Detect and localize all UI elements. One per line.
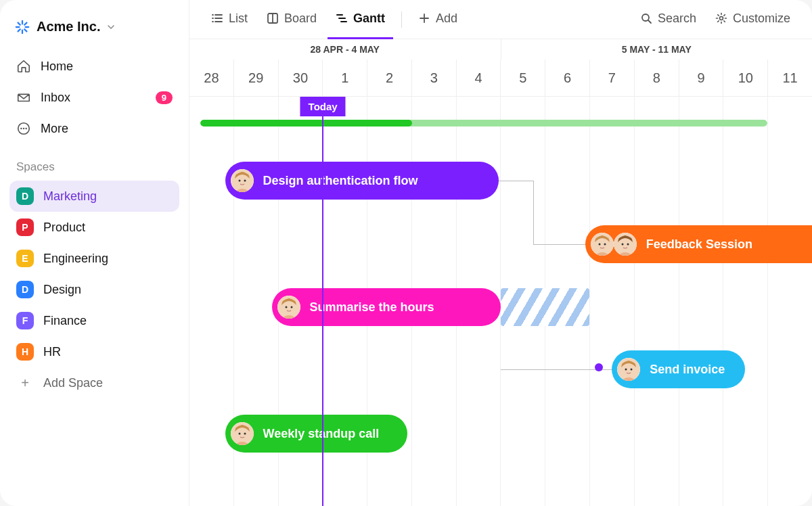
task-label: Feedback Session — [646, 237, 752, 252]
today-badge: Today — [300, 97, 346, 116]
svg-point-39 — [290, 306, 292, 308]
nav-more[interactable]: More — [9, 113, 179, 144]
space-item-finance[interactable]: FFinance — [9, 305, 179, 336]
nav-more-label: More — [41, 122, 68, 136]
workspace-name: Acme Inc. — [37, 19, 100, 34]
view-list-tab[interactable]: List — [203, 0, 256, 39]
day-header[interactable]: 8 — [635, 60, 679, 96]
task-bar[interactable]: Weekly standup call — [225, 415, 407, 453]
day-header[interactable]: 2 — [367, 60, 412, 96]
chevron-down-icon — [107, 23, 115, 31]
add-view-label: Add — [436, 12, 457, 26]
gantt-chart[interactable]: TodayDesign authentication flowFeedback … — [189, 97, 812, 506]
svg-point-32 — [598, 244, 600, 246]
svg-point-33 — [604, 244, 606, 246]
day-header[interactable]: 1 — [323, 60, 367, 96]
assignee-avatar — [231, 169, 254, 192]
day-header[interactable]: 30 — [279, 60, 323, 96]
search-button[interactable]: Search — [632, 0, 704, 39]
space-icon: E — [16, 250, 34, 267]
day-header[interactable]: 5 — [501, 60, 545, 96]
space-label: Marketing — [43, 189, 97, 204]
inbox-badge: 9 — [156, 91, 173, 104]
svg-line-6 — [18, 29, 20, 31]
add-space-button[interactable]: + Add Space — [9, 367, 179, 398]
gear-icon — [715, 12, 727, 24]
svg-point-29 — [238, 180, 240, 182]
space-icon: F — [16, 312, 34, 329]
week-header: 28 APR - 4 MAY — [189, 39, 501, 60]
inbox-icon — [16, 90, 31, 105]
assignee-avatar — [231, 422, 254, 445]
svg-point-27 — [719, 17, 723, 20]
day-header[interactable]: 7 — [590, 60, 635, 96]
space-label: Design — [43, 283, 81, 297]
svg-point-10 — [23, 128, 24, 129]
sidebar: Acme Inc. Home Inbox 9 More Spaces DMar — [0, 0, 189, 506]
task-connector — [533, 244, 585, 245]
plus-icon — [418, 12, 430, 24]
day-header[interactable]: 10 — [723, 60, 768, 96]
view-board-tab[interactable]: Board — [258, 0, 325, 39]
task-label: Design authentication flow — [263, 174, 418, 188]
view-board-label: Board — [284, 12, 317, 26]
space-item-product[interactable]: PProduct — [9, 212, 179, 243]
main-panel: List Board Gantt Add — [189, 0, 812, 506]
assignee-avatar — [614, 233, 637, 256]
svg-point-41 — [625, 369, 627, 371]
search-icon — [640, 12, 652, 24]
day-header[interactable]: 28 — [189, 60, 234, 96]
space-item-engineering[interactable]: EEngineering — [9, 243, 179, 274]
assignee-avatar — [617, 358, 640, 381]
task-bar[interactable]: Feedback Session — [585, 225, 812, 263]
nav-home[interactable]: Home — [9, 51, 179, 82]
day-header[interactable]: 11 — [768, 60, 812, 96]
brand-logo-icon — [15, 20, 30, 34]
day-header[interactable]: 29 — [234, 60, 279, 96]
workspace-switcher[interactable]: Acme Inc. — [9, 16, 179, 51]
svg-line-7 — [24, 22, 26, 24]
gantt-icon — [336, 12, 348, 24]
view-gantt-tab[interactable]: Gantt — [328, 0, 393, 39]
space-item-hr[interactable]: HHR — [9, 336, 179, 367]
svg-point-42 — [631, 369, 633, 371]
week-header: 5 MAY - 11 MAY — [501, 39, 813, 60]
task-bar[interactable]: Send invoice — [612, 350, 745, 388]
svg-point-36 — [627, 244, 629, 246]
customize-button[interactable]: Customize — [707, 0, 798, 39]
task-label: Send invoice — [650, 363, 725, 377]
board-icon — [267, 12, 279, 24]
nav-inbox[interactable]: Inbox 9 — [9, 82, 179, 113]
day-header[interactable]: 3 — [412, 60, 457, 96]
svg-line-26 — [648, 20, 651, 23]
task-connector — [533, 181, 534, 244]
timeline-header: 28 APR - 4 MAY5 MAY - 11 MAY 28293012345… — [189, 39, 812, 97]
space-item-design[interactable]: DDesign — [9, 274, 179, 305]
milestone-dot[interactable] — [595, 363, 603, 371]
timeline-progress — [200, 120, 767, 127]
toolbar-separator — [401, 12, 402, 28]
search-label: Search — [658, 12, 696, 26]
task-bar[interactable]: Design authentication flow — [225, 162, 499, 200]
space-label: Product — [43, 221, 85, 235]
plus-icon: + — [16, 374, 34, 392]
nav-home-label: Home — [41, 60, 73, 74]
day-header[interactable]: 9 — [679, 60, 724, 96]
task-label: Summarise the hours — [310, 300, 434, 315]
task-bar[interactable]: Summarise the hours — [272, 288, 501, 326]
space-label: Engineering — [43, 252, 108, 266]
nav-inbox-label: Inbox — [41, 91, 70, 105]
svg-point-30 — [244, 180, 246, 182]
svg-point-38 — [285, 306, 287, 308]
add-space-label: Add Space — [43, 376, 103, 390]
view-gantt-label: Gantt — [353, 12, 385, 26]
svg-point-45 — [244, 433, 246, 435]
today-line — [322, 97, 323, 506]
day-header[interactable]: 4 — [457, 60, 501, 96]
add-view-button[interactable]: Add — [410, 0, 466, 39]
day-header[interactable]: 6 — [545, 60, 590, 96]
svg-line-5 — [24, 29, 26, 31]
assignee-avatar — [277, 296, 300, 319]
task-label: Weekly standup call — [263, 427, 380, 441]
space-item-marketing[interactable]: DMarketing — [9, 181, 179, 212]
